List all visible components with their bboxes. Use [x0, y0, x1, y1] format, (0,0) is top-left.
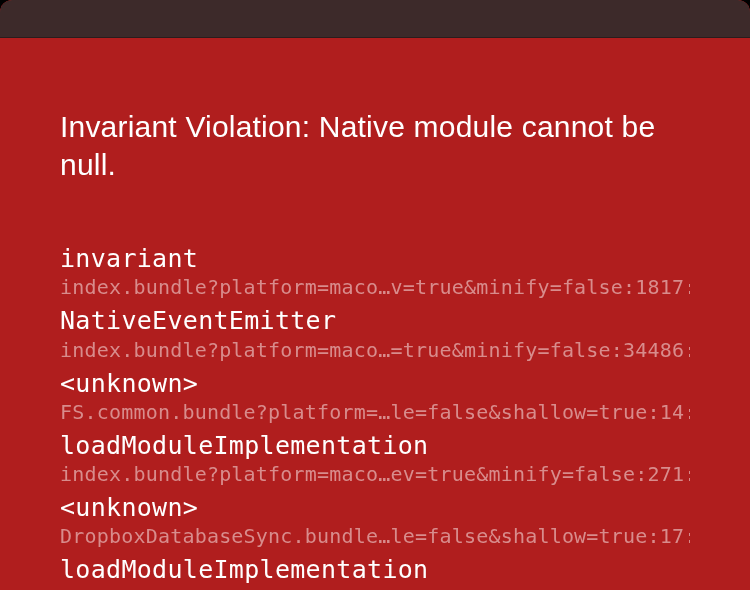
stack-frame-location: DropboxDatabaseSync.bundle…le=false&shal… — [60, 523, 690, 550]
stack-frame[interactable]: invariant index.bundle?platform=maco…v=t… — [60, 243, 690, 301]
stack-frame-function: loadModuleImplementation — [60, 430, 690, 461]
error-window: Invariant Violation: Native module canno… — [0, 0, 750, 590]
stack-frame-location: index.bundle?platform=maco…=true&minify=… — [60, 337, 690, 364]
error-title: Invariant Violation: Native module canno… — [0, 38, 750, 183]
stack-frame-function: <unknown> — [60, 492, 690, 523]
stack-frame[interactable]: <unknown> FS.common.bundle?platform=…le=… — [60, 368, 690, 426]
stack-frame-function: loadModuleImplementation — [60, 554, 690, 585]
stack-frame-function: invariant — [60, 243, 690, 274]
stack-frame[interactable]: <unknown> DropboxDatabaseSync.bundle…le=… — [60, 492, 690, 550]
stack-frame[interactable]: NativeEventEmitter index.bundle?platform… — [60, 305, 690, 363]
stack-trace: invariant index.bundle?platform=maco…v=t… — [0, 183, 750, 590]
stack-frame[interactable]: loadModuleImplementation index.bundle?pl… — [60, 430, 690, 488]
stack-frame-location: index.bundle?platform=maco…v=true&minify… — [60, 274, 690, 301]
window-titlebar[interactable] — [0, 0, 750, 38]
stack-frame-function: <unknown> — [60, 368, 690, 399]
stack-frame-location: FS.common.bundle?platform=…le=false&shal… — [60, 399, 690, 426]
stack-frame-location: index.bundle?platform=maco…ev=true&minif… — [60, 586, 690, 591]
stack-frame-location: index.bundle?platform=maco…ev=true&minif… — [60, 461, 690, 488]
stack-frame[interactable]: loadModuleImplementation index.bundle?pl… — [60, 554, 690, 590]
error-content: Invariant Violation: Native module canno… — [0, 38, 750, 590]
stack-frame-function: NativeEventEmitter — [60, 305, 690, 336]
